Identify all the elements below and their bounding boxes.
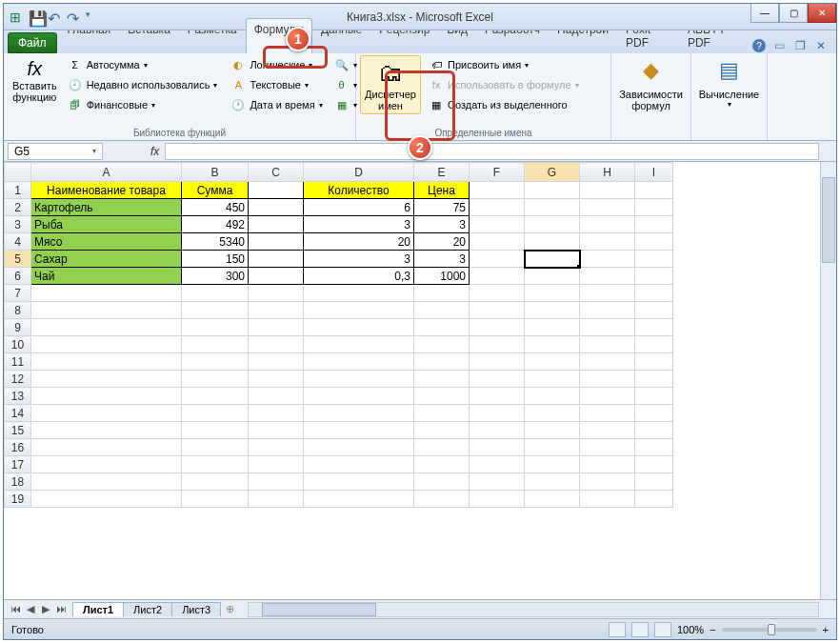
- cell[interactable]: [635, 388, 673, 405]
- cell[interactable]: [304, 491, 414, 508]
- spreadsheet-grid[interactable]: ABCDEFGHI1Наименование товараСуммаКоличе…: [4, 162, 673, 508]
- cell[interactable]: [580, 405, 635, 422]
- doc-restore-icon[interactable]: ❐: [792, 38, 808, 53]
- cell[interactable]: [31, 302, 182, 319]
- cell[interactable]: [304, 319, 414, 336]
- cell[interactable]: [635, 302, 673, 319]
- cell[interactable]: [249, 251, 304, 268]
- row-header[interactable]: 11: [5, 353, 31, 371]
- row-header[interactable]: 10: [5, 336, 31, 353]
- cell[interactable]: [635, 473, 673, 491]
- define-name-button[interactable]: 🏷Присвоить имя▾: [425, 55, 583, 74]
- cell[interactable]: [414, 491, 470, 508]
- col-header-F[interactable]: F: [470, 163, 525, 182]
- cell[interactable]: [414, 473, 470, 491]
- cell[interactable]: [525, 268, 580, 285]
- cell[interactable]: 492: [182, 216, 249, 233]
- insert-function-button[interactable]: fx Вставить функцию: [8, 55, 62, 106]
- cell[interactable]: [414, 456, 470, 473]
- cell[interactable]: [635, 422, 673, 439]
- cell[interactable]: [182, 319, 249, 336]
- cell[interactable]: 20: [304, 233, 414, 251]
- cell[interactable]: [249, 319, 304, 336]
- cell[interactable]: [31, 422, 182, 439]
- row-header[interactable]: 19: [5, 491, 31, 508]
- col-header-A[interactable]: A: [31, 163, 182, 182]
- cell[interactable]: [635, 268, 673, 285]
- cell[interactable]: [580, 319, 635, 336]
- cell[interactable]: [580, 422, 635, 439]
- cell[interactable]: [470, 473, 525, 491]
- sheet-first-icon[interactable]: ⏮: [8, 603, 23, 615]
- cell[interactable]: [470, 456, 525, 473]
- cell[interactable]: [304, 405, 414, 422]
- cell[interactable]: [249, 473, 304, 491]
- col-header-G[interactable]: G: [525, 163, 580, 182]
- cell[interactable]: [182, 336, 249, 353]
- cell[interactable]: [635, 319, 673, 336]
- cell[interactable]: [525, 405, 580, 422]
- cell[interactable]: [249, 216, 304, 233]
- cell[interactable]: [525, 439, 580, 456]
- cell[interactable]: [304, 285, 414, 302]
- cell[interactable]: [249, 233, 304, 251]
- sheet-prev-icon[interactable]: ◀: [23, 603, 38, 615]
- cell[interactable]: [249, 456, 304, 473]
- cell[interactable]: [525, 456, 580, 473]
- cell[interactable]: [470, 422, 525, 439]
- create-from-selection-button[interactable]: ▦Создать из выделенного: [425, 95, 583, 114]
- cell[interactable]: [31, 285, 182, 302]
- cell[interactable]: [470, 285, 525, 302]
- cell[interactable]: [470, 182, 525, 199]
- cell[interactable]: 75: [414, 199, 470, 216]
- cell[interactable]: 450: [182, 199, 249, 216]
- cell[interactable]: [414, 336, 470, 353]
- cell[interactable]: [31, 439, 182, 456]
- cell[interactable]: [182, 422, 249, 439]
- cell[interactable]: Чай: [31, 268, 182, 285]
- cell[interactable]: [249, 182, 304, 199]
- row-header[interactable]: 15: [5, 422, 31, 439]
- cell[interactable]: [414, 422, 470, 439]
- cell[interactable]: [635, 233, 673, 251]
- cell[interactable]: [580, 199, 635, 216]
- cell[interactable]: 20: [414, 233, 470, 251]
- cell[interactable]: [470, 319, 525, 336]
- sheet-last-icon[interactable]: ⏭: [53, 603, 69, 615]
- horizontal-scrollbar[interactable]: [248, 602, 819, 617]
- cell[interactable]: [525, 216, 580, 233]
- zoom-out-button[interactable]: −: [710, 624, 715, 635]
- cell[interactable]: [580, 439, 635, 456]
- cell[interactable]: [470, 405, 525, 422]
- undo-icon[interactable]: ↶: [48, 10, 63, 25]
- cell[interactable]: [470, 268, 525, 285]
- cell[interactable]: Сахар: [31, 251, 182, 268]
- cell[interactable]: [635, 216, 673, 233]
- cell[interactable]: [304, 456, 414, 473]
- cell[interactable]: [182, 491, 249, 508]
- cell[interactable]: 300: [182, 268, 249, 285]
- cell[interactable]: [635, 491, 673, 508]
- cell[interactable]: [470, 216, 525, 233]
- cell[interactable]: [414, 319, 470, 336]
- cell[interactable]: [635, 251, 673, 268]
- cell[interactable]: [635, 353, 673, 371]
- cell[interactable]: [525, 371, 580, 388]
- cell[interactable]: Мясо: [31, 233, 182, 251]
- cell[interactable]: Сумма: [182, 182, 249, 199]
- cell[interactable]: Количество: [304, 182, 414, 199]
- cell[interactable]: [580, 216, 635, 233]
- cell[interactable]: [470, 199, 525, 216]
- formula-input[interactable]: [165, 143, 819, 160]
- chevron-down-icon[interactable]: ▾: [92, 147, 96, 155]
- cell[interactable]: [635, 456, 673, 473]
- cell[interactable]: [525, 388, 580, 405]
- vertical-scrollbar[interactable]: [820, 162, 836, 599]
- cell[interactable]: 6: [304, 199, 414, 216]
- row-header[interactable]: 7: [5, 285, 31, 302]
- cell[interactable]: [31, 371, 182, 388]
- cell[interactable]: [249, 302, 304, 319]
- cell[interactable]: [304, 371, 414, 388]
- minimize-button[interactable]: —: [750, 4, 779, 23]
- row-header[interactable]: 5: [5, 251, 31, 268]
